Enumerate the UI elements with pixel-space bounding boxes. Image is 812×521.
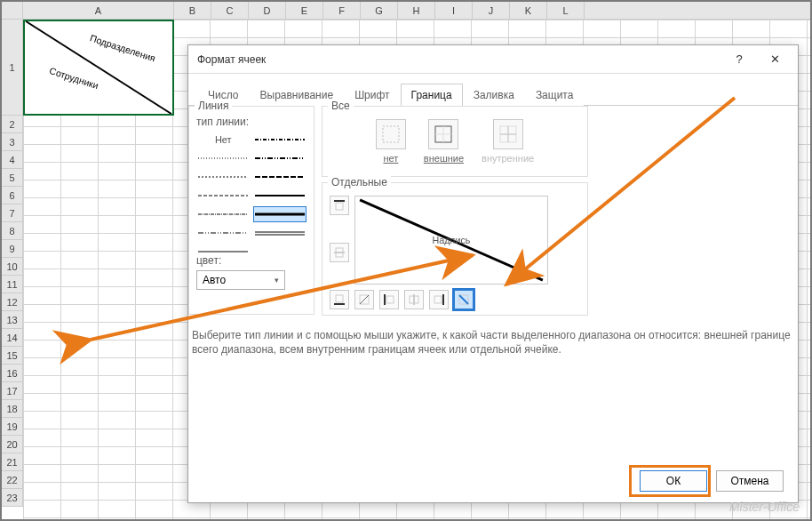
- linetype-label: тип линии:: [196, 116, 306, 128]
- svg-rect-25: [336, 295, 343, 302]
- preset-none-caption: нет: [383, 153, 398, 164]
- col-header-a[interactable]: A: [23, 2, 174, 19]
- svg-text:Надпись: Надпись: [433, 235, 471, 245]
- group-line: Линия тип линии: Нет цвет:: [188, 106, 314, 315]
- row-header-22[interactable]: 22: [2, 471, 23, 489]
- preset-inner-caption: внутренние: [482, 153, 534, 164]
- color-dropdown[interactable]: Авто ▾: [196, 270, 285, 290]
- cell-a1-bottom-label: Сотрудники: [48, 65, 100, 91]
- ok-button[interactable]: ОК: [640, 470, 707, 492]
- row-header-15[interactable]: 15: [2, 347, 23, 365]
- border-left-button[interactable]: [379, 290, 399, 309]
- col-header-d[interactable]: D: [249, 2, 286, 19]
- tab-3[interactable]: Граница: [401, 84, 463, 106]
- linetype-7[interactable]: [253, 244, 307, 260]
- preset-outer-caption: внешние: [424, 153, 464, 164]
- linetype-1[interactable]: [196, 150, 251, 166]
- col-header-j[interactable]: J: [473, 2, 510, 19]
- row-header-14[interactable]: 14: [2, 329, 23, 347]
- linetype-13[interactable]: [253, 225, 307, 241]
- svg-rect-32: [386, 296, 394, 303]
- row-header-6[interactable]: 6: [2, 187, 23, 204]
- group-line-legend: Линия: [195, 100, 232, 112]
- linetype-none[interactable]: Нет: [196, 132, 251, 148]
- svg-line-38: [459, 295, 468, 304]
- row-header-12[interactable]: 12: [2, 293, 23, 311]
- border-middle-v-button[interactable]: [404, 290, 424, 309]
- border-preview[interactable]: Надпись: [354, 196, 548, 285]
- tab-5[interactable]: Защита: [525, 84, 585, 106]
- svg-rect-14: [383, 126, 399, 142]
- group-presets: Все нет внешние: [322, 106, 588, 177]
- preset-outer-button[interactable]: [428, 119, 458, 149]
- format-cells-dialog: Формат ячеек ? ✕ ЧислоВыравниваниеШрифтГ…: [187, 44, 799, 503]
- svg-rect-22: [336, 203, 343, 210]
- border-diag-down-button[interactable]: [454, 290, 474, 309]
- svg-line-30: [360, 295, 369, 304]
- row-header-11[interactable]: 11: [2, 276, 23, 293]
- border-middle-h-button[interactable]: [330, 243, 349, 262]
- row-header-5[interactable]: 5: [2, 169, 23, 187]
- row-header-3[interactable]: 3: [2, 133, 23, 151]
- hint-text: Выберите тип линии и с помощью мыши укаж…: [188, 328, 798, 357]
- row-header-19[interactable]: 19: [2, 418, 23, 436]
- col-header-g[interactable]: G: [361, 2, 398, 19]
- row-header-13[interactable]: 13: [2, 311, 23, 329]
- border-top-button[interactable]: [330, 196, 349, 215]
- cancel-button[interactable]: Отмена: [716, 470, 784, 492]
- linetype-8[interactable]: [253, 132, 307, 148]
- col-header-k[interactable]: K: [510, 2, 547, 19]
- col-header-c[interactable]: C: [211, 2, 249, 19]
- row-header-10[interactable]: 10: [2, 258, 23, 276]
- linetype-2[interactable]: [196, 169, 251, 185]
- help-button[interactable]: ?: [721, 45, 757, 74]
- preset-inner-button[interactable]: [493, 119, 523, 149]
- cell-a1-top-label: Подразделения: [89, 32, 157, 63]
- row-header-20[interactable]: 20: [2, 436, 23, 453]
- row-header-16[interactable]: 16: [2, 365, 23, 382]
- linetype-3[interactable]: [196, 188, 251, 204]
- dialog-title: Формат ячеек: [197, 53, 721, 66]
- cell-a1[interactable]: Подразделения Сотрудники: [23, 20, 174, 116]
- col-header-i[interactable]: I: [435, 2, 473, 19]
- linetype-11[interactable]: [253, 188, 307, 204]
- linetype-9[interactable]: [253, 150, 307, 166]
- col-header-l[interactable]: L: [547, 2, 585, 19]
- border-bottom-button[interactable]: [330, 290, 349, 309]
- border-right-button[interactable]: [429, 290, 449, 309]
- tab-strip: ЧислоВыравниваниеШрифтГраницаЗаливкаЗащи…: [188, 74, 798, 106]
- row-header-21[interactable]: 21: [2, 453, 23, 471]
- row-header-9[interactable]: 9: [2, 240, 23, 258]
- group-separate: Отдельные Надпись: [322, 182, 588, 316]
- row-header-17[interactable]: 17: [2, 382, 23, 400]
- svg-rect-35: [434, 296, 442, 303]
- col-header-b[interactable]: B: [174, 2, 211, 19]
- border-diag-up-button[interactable]: [354, 290, 374, 309]
- linetype-list: Нет: [196, 132, 306, 247]
- group-separate-legend: Отдельные: [328, 176, 391, 188]
- linetype-10[interactable]: [253, 169, 307, 185]
- row-header-8[interactable]: 8: [2, 222, 23, 240]
- dialog-titlebar[interactable]: Формат ячеек ? ✕: [188, 45, 798, 74]
- row-header-7[interactable]: 7: [2, 204, 23, 222]
- row-header-1[interactable]: 1: [2, 20, 23, 116]
- tab-4[interactable]: Заливка: [463, 84, 525, 106]
- chevron-down-icon: ▾: [275, 276, 279, 285]
- linetype-5[interactable]: [196, 225, 251, 241]
- group-presets-legend: Все: [328, 100, 354, 112]
- col-header-h[interactable]: H: [398, 2, 435, 19]
- preset-none-button[interactable]: [376, 119, 406, 149]
- linetype-12-selected[interactable]: [253, 206, 307, 222]
- row-header-23[interactable]: 23: [2, 489, 23, 507]
- row-header-18[interactable]: 18: [2, 400, 23, 418]
- col-header-e[interactable]: E: [286, 2, 323, 19]
- color-value: Авто: [203, 274, 226, 286]
- linetype-4[interactable]: [196, 206, 251, 222]
- col-header-f[interactable]: F: [323, 2, 361, 19]
- row-header-2[interactable]: 2: [2, 116, 23, 133]
- row-header-4[interactable]: 4: [2, 151, 23, 169]
- close-button[interactable]: ✕: [757, 45, 792, 74]
